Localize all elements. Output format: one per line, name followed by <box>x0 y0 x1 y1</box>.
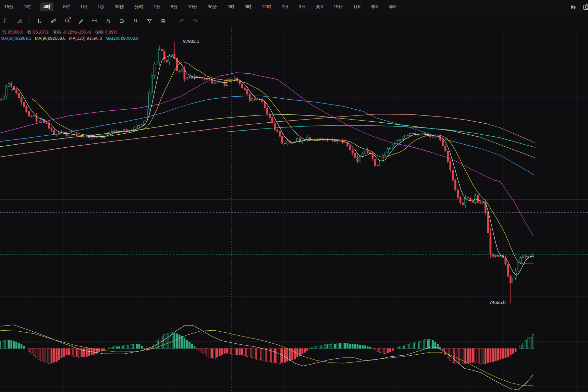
timeframe-item[interactable]: 月K <box>353 2 362 11</box>
info-item: 低95000.0 <box>2 29 23 35</box>
info-item: 收95107.9 <box>27 29 49 35</box>
timeframe-item[interactable]: 周K <box>315 2 324 11</box>
notification-dot <box>69 17 71 19</box>
info-value: 95000.0 <box>8 30 23 35</box>
timeframe-item[interactable]: 15分 <box>3 2 14 11</box>
brush-icon[interactable] <box>76 16 86 25</box>
timeframe-item[interactable]: 分时 <box>134 2 144 11</box>
timeframe-item[interactable]: 1分 <box>153 2 161 11</box>
redo-icon[interactable]: ↷ <box>190 16 200 25</box>
info-value: 95107.9 <box>33 30 48 35</box>
timeframe-item[interactable]: 8时 <box>62 2 71 11</box>
filter-icon[interactable] <box>144 16 155 25</box>
info-label: 涨幅 <box>52 30 61 35</box>
camera-icon[interactable] <box>583 3 588 10</box>
drawing-toolbar: ↶↷ <box>0 14 588 27</box>
measure-icon[interactable] <box>89 16 100 25</box>
ma-legend-item: MA(60):92989.3 <box>1 36 32 41</box>
fast-ma-line <box>11 56 533 274</box>
ohlc-info-bar: 低95000.0收95107.9涨幅-0.16%(-150.4)振幅0.39% <box>2 29 117 35</box>
timeframe-item[interactable]: 3日 <box>298 2 306 11</box>
timeframe-item[interactable]: 5分 <box>170 2 178 11</box>
horizontal-lines <box>0 98 588 254</box>
timeframe-item[interactable]: 4时 <box>40 2 53 11</box>
macd-histogram <box>1 333 534 364</box>
chart-canvas[interactable] <box>0 0 588 392</box>
topbar-right: 0s <box>571 3 588 10</box>
ma-legend-item: MA(200):90003.8 <box>106 36 139 41</box>
timeframe-item[interactable]: 12时 <box>261 2 272 11</box>
info-value: -0.16%(-150.4) <box>62 30 91 35</box>
toolbar-divider <box>29 17 30 24</box>
partial-icon[interactable] <box>1 16 11 25</box>
candle-countdown-timer: 0s <box>571 4 576 10</box>
undo-icon[interactable]: ↶ <box>176 16 187 25</box>
timeframe-item[interactable]: 年K <box>388 2 397 11</box>
timeframe-item[interactable]: 季K <box>370 2 379 11</box>
timeframe-item[interactable]: 2日 <box>281 2 289 11</box>
info-value: 0.39% <box>105 30 117 35</box>
timeframe-item[interactable]: 2时 <box>227 2 235 11</box>
low-price-annotation: 74555.0 → <box>480 300 511 305</box>
ma-legend: MA(60):92989.3MA(90):92658.6MA(120):9159… <box>1 36 138 41</box>
ma-lines <box>0 56 535 274</box>
note-edit-icon[interactable] <box>117 16 127 25</box>
ma-legend-item: MA(120):91590.3 <box>69 36 102 41</box>
zoom-search-icon[interactable] <box>62 16 72 25</box>
timeframe-item[interactable]: 1日 <box>79 2 88 11</box>
timeframe-item[interactable]: 15日 <box>333 2 344 11</box>
timeframe-item[interactable]: 3时 <box>244 2 252 11</box>
grid-lines <box>0 27 588 392</box>
info-label: 振幅 <box>95 30 104 35</box>
ma-legend-item: MA(90):92658.6 <box>35 36 66 41</box>
high-price-annotation: ← 97932.1 <box>177 39 199 44</box>
timeframe-item[interactable]: 10分 <box>187 2 198 11</box>
timeframe-item[interactable]: 1秒 <box>97 2 105 11</box>
info-item: 振幅0.39% <box>95 29 117 35</box>
ma90-line <box>0 114 535 158</box>
info-label: 低 <box>2 30 7 35</box>
ruler-icon[interactable] <box>48 16 59 25</box>
ma200-line <box>226 125 535 147</box>
ma120-line <box>0 114 535 157</box>
timeframe-bar: 15分1时4时8时1日1秒30秒分时1分5分10分30分2时3时12时2日3日周… <box>0 0 588 14</box>
ema-line <box>0 73 533 236</box>
slow-ma-line <box>32 62 533 264</box>
candlesticks <box>1 42 534 303</box>
info-label: 收 <box>27 30 32 35</box>
timeframe-item[interactable]: 30秒 <box>114 2 125 11</box>
bookmark-icon[interactable] <box>35 16 45 25</box>
magnet-icon[interactable] <box>131 16 141 25</box>
timeframe-list: 15分1时4时8时1日1秒30秒分时1分5分10分30分2时3时12时2日3日周… <box>0 2 397 11</box>
timeframe-item[interactable]: 1时 <box>23 2 31 11</box>
trash-icon[interactable] <box>158 16 168 25</box>
timeframe-item[interactable]: 30分 <box>207 2 218 11</box>
lock-open-icon[interactable] <box>103 16 113 25</box>
toolbar-icon-list: ↶↷ <box>0 16 200 25</box>
drawing-cursor-icon[interactable] <box>14 16 25 25</box>
info-item: 涨幅-0.16%(-150.4) <box>52 29 91 35</box>
